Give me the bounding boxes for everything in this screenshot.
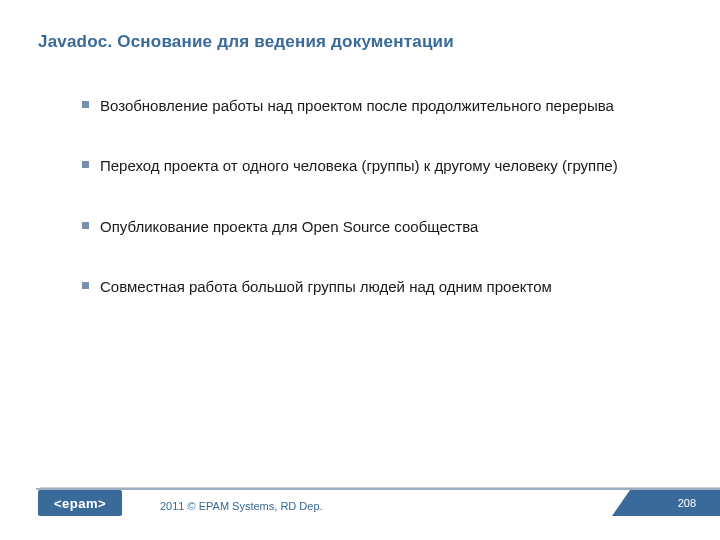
list-item: Возобновление работы над проектом после … xyxy=(82,96,636,116)
copyright-text: 2011 © EPAM Systems, RD Dep. xyxy=(160,500,323,512)
list-item: Совместная работа большой группы людей н… xyxy=(82,277,636,297)
logo: <epam> xyxy=(38,490,122,516)
logo-text: <epam> xyxy=(54,496,106,511)
bullet-icon xyxy=(82,161,89,168)
slide: Javadoc. Основание для ведения документа… xyxy=(0,0,720,540)
bullet-text: Возобновление работы над проектом после … xyxy=(100,97,614,114)
bullet-icon xyxy=(82,101,89,108)
list-item: Переход проекта от одного человека (груп… xyxy=(82,156,636,176)
bullet-list: Возобновление работы над проектом после … xyxy=(82,96,636,337)
page-number: 208 xyxy=(678,497,696,509)
slide-title: Javadoc. Основание для ведения документа… xyxy=(38,32,454,52)
bullet-text: Совместная работа большой группы людей н… xyxy=(100,278,552,295)
bullet-text: Переход проекта от одного человека (груп… xyxy=(100,157,618,174)
bullet-icon xyxy=(82,222,89,229)
page-number-tab: 208 xyxy=(630,490,720,516)
bullet-text: Опубликование проекта для Open Source со… xyxy=(100,218,478,235)
list-item: Опубликование проекта для Open Source со… xyxy=(82,217,636,237)
bullet-icon xyxy=(82,282,89,289)
